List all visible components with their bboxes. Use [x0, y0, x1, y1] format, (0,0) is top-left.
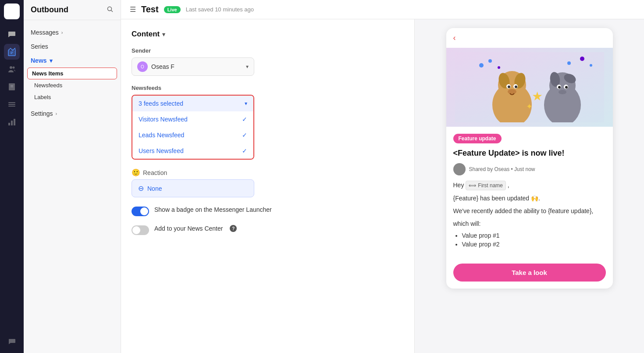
newsfeeds-dropdown: 3 feeds selected ▾ Visitors Newsfeed ✓ L… — [132, 95, 254, 160]
preview-image: ★ ✦ — [446, 48, 613, 127]
svg-point-39 — [565, 86, 568, 89]
news-chevron-icon: ▾ — [50, 57, 53, 64]
cta-button[interactable]: Take a look — [453, 264, 606, 282]
search-icon[interactable] — [107, 6, 114, 14]
svg-point-46 — [590, 64, 592, 67]
svg-point-7 — [13, 67, 15, 69]
svg-point-17 — [108, 7, 112, 11]
topbar: ☰ Test Live Last saved 10 minutes ago — [121, 0, 644, 19]
sender-chevron-icon: ▾ — [246, 64, 249, 70]
app-logo — [4, 4, 20, 19]
preview-body-line2: We've recently added the ability to {fea… — [453, 207, 606, 216]
svg-rect-1 — [13, 7, 16, 11]
sidebar-item-news[interactable]: News ▾ — [24, 53, 121, 68]
sidebar-item-labels[interactable]: Labels — [24, 91, 121, 103]
svg-rect-14 — [8, 123, 10, 125]
sidebar-nav: Messages › Series News ▾ News Items News… — [24, 20, 121, 126]
sidebar-item-settings[interactable]: Settings › — [24, 107, 121, 121]
preview-body-line1: {Feature} has been updated 🙌. — [453, 194, 606, 203]
nav-icon-inbox[interactable] — [4, 96, 20, 112]
svg-point-38 — [558, 86, 561, 89]
author-name: Shared by Oseas — [469, 166, 510, 172]
preview-greeting: Hey ⟺ First name , — [453, 181, 606, 190]
newsfeeds-chevron-icon: ▾ — [245, 100, 247, 107]
news-center-toggle-row: Add to your News Center ? — [132, 225, 404, 235]
reaction-none-label: None — [147, 185, 162, 192]
badge-toggle[interactable] — [132, 207, 149, 216]
svg-point-27 — [508, 86, 510, 88]
nav-icon-book[interactable] — [4, 79, 20, 95]
nav-icon-news[interactable] — [4, 44, 20, 60]
help-icon[interactable]: ? — [230, 225, 237, 232]
visitors-check-icon: ✓ — [242, 116, 247, 123]
svg-point-28 — [515, 86, 517, 88]
svg-point-47 — [457, 165, 462, 170]
preview-list-item-1: Value prop #1 — [462, 232, 606, 239]
svg-rect-16 — [14, 119, 15, 125]
preview-card: ‹ — [446, 28, 613, 289]
content-dropdown-label: Content — [132, 30, 160, 39]
sender-section: Sender O Oseas F ▾ — [132, 47, 404, 76]
badge-toggle-row: Show a badge on the Messenger Launcher — [132, 206, 404, 216]
content-area: Content ▾ Sender O Oseas F ▾ Newsfeeds — [121, 19, 644, 353]
author-separator: • — [511, 166, 515, 172]
sender-name: Oseas F — [151, 63, 242, 70]
preview-list: Value prop #1 Value prop #2 — [462, 232, 606, 248]
svg-point-48 — [455, 170, 463, 175]
emoji-icon: 🙂 — [132, 168, 140, 177]
sidebar-item-messages[interactable]: Messages › — [24, 25, 121, 39]
svg-rect-2 — [7, 12, 11, 16]
nav-icon-chart[interactable] — [4, 114, 20, 130]
newsfeed-option-leads[interactable]: Leads Newsfeed ✓ — [132, 127, 253, 143]
news-center-toggle[interactable] — [132, 225, 149, 235]
svg-point-40 — [559, 90, 566, 94]
reaction-none-button[interactable]: ⊖ None — [132, 179, 254, 197]
content-dropdown[interactable]: Content ▾ — [132, 30, 404, 39]
nav-icon-messages[interactable] — [4, 26, 20, 42]
preview-cta: Take a look — [446, 258, 613, 289]
preview-title: <Feature Update> is now live! — [453, 149, 606, 158]
sidebar: Outbound Messages › Series News ▾ News I… — [24, 0, 121, 353]
preview-body: Feature update <Feature Update> is now l… — [446, 127, 613, 258]
svg-point-42 — [488, 59, 492, 63]
reaction-label: Reaction — [143, 169, 167, 176]
newsfeed-option-users[interactable]: Users Newsfeed ✓ — [132, 143, 253, 159]
svg-point-45 — [580, 57, 584, 61]
newsfeeds-selected-text: 3 feeds selected — [139, 100, 183, 107]
sender-label: Sender — [132, 47, 404, 54]
preview-back-icon[interactable]: ‹ — [453, 33, 456, 43]
saved-status: Last saved 10 minutes ago — [186, 6, 254, 13]
newsfeeds-trigger[interactable]: 3 feeds selected ▾ — [132, 96, 253, 111]
svg-point-6 — [10, 66, 12, 69]
icon-bar — [0, 0, 24, 353]
sender-select[interactable]: O Oseas F ▾ — [132, 57, 254, 76]
nav-icon-chat[interactable] — [4, 334, 20, 349]
svg-text:✦: ✦ — [526, 102, 533, 111]
preview-list-item-2: Value prop #2 — [462, 241, 606, 248]
newsfeed-option-users-label: Users Newsfeed — [139, 147, 184, 154]
first-name-chip: ⟺ First name — [466, 181, 506, 190]
reaction-label-row: 🙂 Reaction — [132, 168, 404, 177]
menu-icon[interactable]: ☰ — [130, 5, 136, 14]
sidebar-header: Outbound — [24, 0, 121, 20]
preview-nav: ‹ — [446, 28, 613, 48]
newsfeed-option-visitors[interactable]: Visitors Newsfeed ✓ — [132, 111, 253, 127]
page-title: Test — [141, 4, 159, 14]
sidebar-item-series[interactable]: Series — [24, 39, 121, 53]
newsfeed-option-leads-label: Leads Newsfeed — [139, 132, 184, 139]
sidebar-item-news-items[interactable]: News Items — [27, 68, 117, 79]
users-check-icon: ✓ — [242, 147, 247, 154]
svg-rect-11 — [8, 102, 15, 103]
svg-point-43 — [498, 66, 500, 69]
sidebar-item-newsfeeds[interactable]: Newsfeeds — [24, 79, 121, 91]
news-center-toggle-knob — [132, 226, 140, 234]
newsfeed-option-visitors-label: Visitors Newsfeed — [139, 116, 188, 123]
svg-rect-13 — [8, 106, 15, 107]
svg-point-41 — [479, 63, 484, 68]
svg-rect-0 — [7, 7, 11, 11]
minus-circle-icon: ⊖ — [138, 184, 144, 193]
author-time: Just now — [514, 166, 535, 172]
sidebar-title: Outbound — [31, 5, 68, 14]
svg-rect-3 — [13, 12, 16, 16]
nav-icon-people[interactable] — [4, 61, 20, 77]
